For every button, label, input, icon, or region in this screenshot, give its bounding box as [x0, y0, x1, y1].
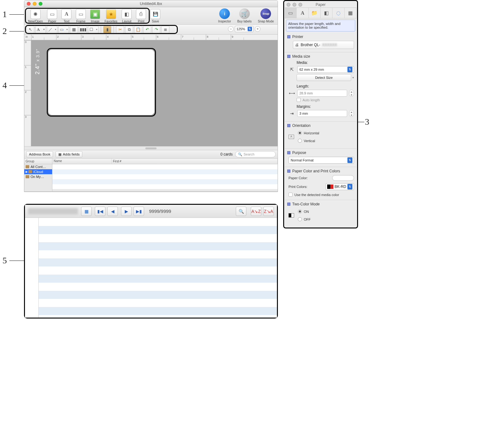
adds-fields-button[interactable]: ▦ Adds fields — [56, 151, 82, 157]
cut-button[interactable]: ✂ — [116, 26, 124, 33]
tab-favorites[interactable]: 📁 — [309, 8, 321, 18]
tab-layout[interactable]: ◧ — [321, 8, 332, 18]
group-icloud[interactable]: ▶iCloud — [24, 169, 52, 174]
line-tool[interactable]: ／ — [47, 26, 57, 33]
table-row[interactable] — [39, 266, 277, 275]
record-grid[interactable] — [25, 218, 277, 318]
table-row[interactable] — [39, 275, 277, 283]
group-all-contacts[interactable]: All Cont… — [24, 164, 52, 169]
record-next-button[interactable]: ▶ — [121, 207, 132, 216]
print-colors-select[interactable]: BK-RD ⇅ — [326, 183, 354, 190]
table-row[interactable] — [39, 291, 277, 299]
section-title: Purpose — [292, 151, 306, 155]
orientation-horizontal-radio[interactable]: Horizontal — [298, 131, 319, 135]
tab-paper[interactable]: ▭ — [285, 8, 297, 18]
table-row[interactable] — [39, 307, 277, 315]
copy-button[interactable]: ⧉ — [125, 26, 133, 33]
orientation-vertical-radio[interactable]: Vertical — [298, 139, 319, 143]
table-row[interactable] — [39, 283, 277, 291]
text-button[interactable]: A Text — [60, 8, 73, 24]
favorites-button[interactable]: ★ Favorites — [103, 8, 119, 24]
auto-length-checkbox[interactable] — [297, 98, 301, 102]
table-row[interactable] — [39, 258, 277, 266]
margins-stepper[interactable]: ▴▾ — [349, 110, 354, 117]
two-color-off-radio[interactable]: OFF — [298, 217, 311, 221]
paper-color-label: Paper Color: — [288, 176, 308, 180]
text-tool[interactable]: A — [35, 26, 46, 33]
zoom-in-button[interactable]: + — [255, 26, 260, 32]
length-stepper[interactable]: ▴▾ — [349, 90, 354, 97]
search-input[interactable]: 🔍 Search — [235, 151, 276, 157]
media-select[interactable]: 62 mm x 29 mm ⇅ — [297, 66, 354, 73]
section-printer: Printer 🖨 Brother QL-XXXXXX — [285, 33, 356, 52]
new-open-button[interactable]: ✺ New/Open — [27, 8, 44, 24]
record-last-button[interactable]: ▶▮ — [133, 207, 144, 216]
shape-tool[interactable]: ▭ — [58, 26, 69, 33]
layout-button[interactable]: ◧ Layout — [120, 8, 133, 24]
label-canvas[interactable]: 2.4" x 3.9" — [31, 40, 278, 146]
tab-align[interactable]: ▦ — [345, 8, 356, 18]
record-find-button[interactable]: 🔍 — [236, 207, 246, 216]
barcode-tool[interactable]: ▮▮▮ — [79, 26, 87, 33]
print-button[interactable]: ⎙ Print — [135, 8, 147, 24]
name-column-header[interactable]: Name — [52, 159, 112, 164]
names-body[interactable] — [52, 164, 278, 191]
record-fields-button[interactable]: ▦ — [81, 207, 92, 216]
sort-desc-button[interactable]: Z↘A — [263, 207, 274, 216]
address-book-button[interactable]: Address Book — [26, 151, 53, 157]
list-item[interactable] — [52, 179, 278, 184]
snap-mode-button[interactable]: Snap Snap Mode — [257, 8, 275, 24]
cursor-tool[interactable]: ↖ — [26, 26, 34, 33]
table-row[interactable] — [39, 234, 277, 242]
length-input[interactable]: 28.9 mm — [297, 90, 347, 97]
margins-input[interactable]: 3 mm — [297, 110, 347, 117]
section-media-size: Media size Media: ⇱ 62 mm x 29 mm ⇅ Dete… — [285, 52, 356, 122]
zoom-select[interactable]: 125% ⇅ — [235, 26, 254, 32]
tab-database[interactable]: ◌ — [332, 8, 344, 18]
image-button[interactable]: ▣ Image — [89, 8, 101, 24]
tab-text[interactable]: A — [297, 8, 308, 18]
save-button[interactable]: 💾 Save — [149, 8, 162, 24]
detected-media-checkbox[interactable] — [288, 193, 293, 197]
table-row[interactable] — [39, 226, 277, 234]
zoom-out-button[interactable]: − — [228, 26, 234, 32]
section-title: Paper Color and Print Colors — [292, 169, 340, 173]
purpose-select[interactable]: Normal Format ⇅ — [288, 157, 354, 164]
dropdown-caret-icon[interactable]: ▾ — [352, 76, 354, 79]
first-column-header[interactable]: First⇵ — [112, 159, 278, 164]
database-tool[interactable]: ▮ — [103, 26, 111, 33]
paste-button[interactable]: 📋 — [134, 26, 142, 33]
group-on-my[interactable]: On My… — [24, 174, 52, 179]
paper-button[interactable]: ▭ Paper — [46, 8, 58, 24]
printer-select[interactable]: 🖨 Brother QL-XXXXXX — [293, 41, 354, 49]
label-preview[interactable] — [48, 50, 154, 115]
horizontal-scrollbar[interactable] — [24, 146, 278, 150]
two-color-on-radio[interactable]: ON — [298, 209, 311, 213]
sort-asc-button[interactable]: A↘Z — [251, 207, 261, 216]
table-row[interactable] — [39, 299, 277, 307]
inspector-button[interactable]: i Inspector — [217, 8, 232, 24]
table-row[interactable] — [39, 242, 277, 250]
list-item[interactable] — [52, 169, 278, 174]
list-item[interactable] — [52, 164, 278, 169]
align-button[interactable]: ≣ — [161, 26, 169, 33]
list-item[interactable] — [52, 184, 278, 189]
symbol-tool[interactable]: ☐ — [88, 26, 99, 33]
record-first-button[interactable]: ▮◀ — [95, 207, 105, 216]
table-row[interactable] — [39, 218, 277, 226]
callout-4: 4 — [2, 80, 7, 90]
section-two-color: Two-Color Mode ON OFF — [285, 200, 356, 227]
list-item[interactable] — [52, 174, 278, 179]
table-row[interactable] — [39, 250, 277, 258]
buy-labels-button[interactable]: 🛒 Buy labels — [236, 8, 253, 24]
record-prev-button[interactable]: ◀ — [107, 207, 118, 216]
detect-size-button[interactable]: Detect Size — [297, 74, 351, 81]
table-tool[interactable]: ▦ — [70, 26, 78, 33]
undo-button[interactable]: ↶ — [143, 26, 151, 33]
frame-button[interactable]: ▭ Frame — [75, 8, 87, 24]
paper-color-swatch[interactable] — [332, 175, 354, 181]
redo-button[interactable]: ↷ — [152, 26, 160, 33]
cmd-label: Inspector — [218, 20, 231, 23]
ruler-tick: 2 — [57, 35, 59, 38]
section-title: Printer — [292, 35, 303, 39]
